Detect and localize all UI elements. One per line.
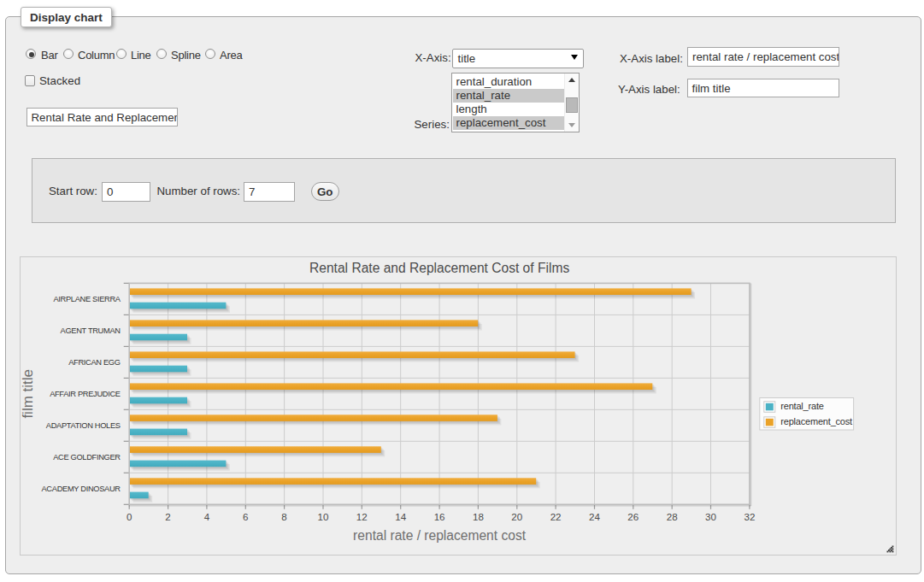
svg-text:32: 32 bbox=[744, 511, 755, 522]
svg-text:10: 10 bbox=[317, 511, 328, 522]
svg-text:26: 26 bbox=[627, 511, 639, 522]
svg-text:ACE GOLDFINGER: ACE GOLDFINGER bbox=[53, 453, 121, 461]
svg-text:6: 6 bbox=[243, 511, 248, 522]
svg-text:rental_rate: rental_rate bbox=[780, 401, 823, 411]
svg-text:8: 8 bbox=[281, 511, 286, 522]
svg-text:AFFAIR PREJUDICE: AFFAIR PREJUDICE bbox=[50, 390, 121, 398]
svg-text:AFRICAN EGG: AFRICAN EGG bbox=[68, 358, 121, 367]
svg-text:AGENT TRUMAN: AGENT TRUMAN bbox=[60, 326, 120, 335]
svg-text:AIRPLANE SIERRA: AIRPLANE SIERRA bbox=[53, 295, 121, 303]
svg-text:ADAPTATION HOLES: ADAPTATION HOLES bbox=[45, 421, 120, 430]
svg-text:22: 22 bbox=[550, 511, 561, 522]
svg-text:Rental Rate and Replacement Co: Rental Rate and Replacement Cost of Film… bbox=[309, 261, 568, 275]
svg-text:4: 4 bbox=[203, 511, 209, 522]
svg-text:rental rate / replacement cost: rental rate / replacement cost bbox=[353, 528, 527, 543]
svg-text:16: 16 bbox=[433, 511, 444, 522]
svg-text:14: 14 bbox=[395, 511, 406, 522]
svg-text:film title: film title bbox=[20, 369, 36, 419]
svg-text:20: 20 bbox=[511, 511, 522, 522]
svg-text:28: 28 bbox=[666, 511, 677, 522]
svg-text:0: 0 bbox=[126, 511, 131, 522]
svg-text:18: 18 bbox=[472, 511, 483, 522]
svg-text:12: 12 bbox=[356, 511, 367, 522]
svg-text:2: 2 bbox=[165, 511, 170, 522]
svg-text:ACADEMY DINOSAUR: ACADEMY DINOSAUR bbox=[41, 485, 121, 493]
svg-text:24: 24 bbox=[589, 511, 600, 522]
svg-text:replacement_cost: replacement_cost bbox=[780, 416, 852, 426]
svg-text:30: 30 bbox=[705, 511, 716, 522]
